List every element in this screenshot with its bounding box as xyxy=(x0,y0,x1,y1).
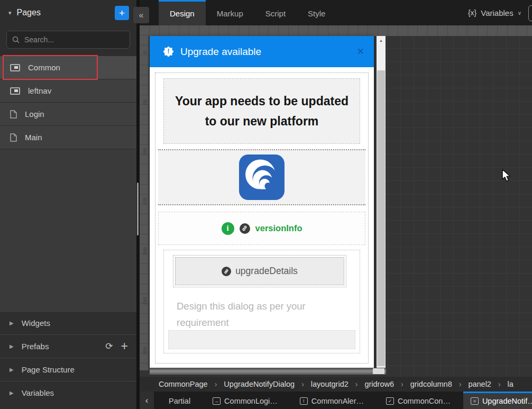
vertical-scrollbar-thumb[interactable] xyxy=(377,70,385,366)
upgrade-details-outline: upgradeDetails xyxy=(173,255,346,287)
breadcrumb-separator-icon: › xyxy=(301,380,304,388)
bottom-tab-label: UpgradeNotif… xyxy=(482,397,532,405)
section-label: Widgets xyxy=(22,319,50,328)
breadcrumb-item-layoutgrid2[interactable]: layoutgrid2 xyxy=(311,380,348,388)
refresh-icon[interactable]: ⟳ xyxy=(105,341,113,352)
page-item-label: Common xyxy=(28,63,60,72)
caret-right-icon: ▶ xyxy=(10,343,14,349)
widget-breadcrumb: CommonPage›UpgradeNotifyDialog›layoutgri… xyxy=(140,377,532,392)
sidebar-section-prefabs[interactable]: ▶Prefabs⟳+ xyxy=(0,334,136,358)
breadcrumb-item-gridcolumn8[interactable]: gridcolumn8 xyxy=(410,380,452,388)
editor-topbar: « DesignMarkupScriptStyle {x} Variables … xyxy=(140,0,532,25)
breadcrumb-item-la[interactable]: la xyxy=(508,380,513,388)
upgrade-notify-dialog[interactable]: ! Upgrade available ✕ Your app needs to … xyxy=(150,36,374,368)
wavemaker-studio-window: ▾ Pages + CommonleftnavLoginMain ▶Widget… xyxy=(0,0,532,409)
page-item-common[interactable]: Common xyxy=(0,56,136,79)
partial-icon xyxy=(10,64,20,71)
bottom-tab-commonaler[interactable]: !CommonAler… xyxy=(292,392,371,409)
page-item-leftnav[interactable]: leftnav xyxy=(0,79,136,103)
login-icon: → xyxy=(213,397,221,405)
ruler-number: 0 xyxy=(142,48,148,57)
ruler-number: 200 xyxy=(142,247,148,256)
bottom-tab-commoncon[interactable]: ✓CommonCon… xyxy=(379,392,458,409)
sidebar-section-page-structure[interactable]: ▶Page Structure xyxy=(0,358,136,381)
horizontal-scrollbar-thumb[interactable] xyxy=(373,368,384,374)
canvas-grid-area[interactable] xyxy=(386,36,532,377)
search-icon xyxy=(12,36,20,43)
page-search-box xyxy=(6,31,130,49)
info-icon: i xyxy=(222,222,234,235)
caret-right-icon: ▶ xyxy=(10,367,14,372)
collapse-sidebar-button[interactable]: « xyxy=(133,7,149,23)
breadcrumb-separator-icon: › xyxy=(498,380,501,388)
bottom-tab-upgradenotif[interactable]: ≡UpgradeNotif… xyxy=(463,392,532,409)
ruler-number: 250 xyxy=(142,297,148,306)
tab-script[interactable]: Script xyxy=(254,0,297,25)
scroll-up-arrow-icon[interactable]: ▲ xyxy=(377,36,386,44)
caret-down-icon[interactable]: ▾ xyxy=(8,10,12,16)
breadcrumb-item-panel2[interactable]: panel2 xyxy=(468,380,491,388)
search-input[interactable] xyxy=(24,35,124,44)
breadcrumb-separator-icon: › xyxy=(459,380,462,388)
breadcrumb-item-commonpage[interactable]: CommonPage xyxy=(159,380,208,388)
breadcrumb-item-upgradenotifydialog[interactable]: UpgradeNotifyDialog xyxy=(224,380,295,388)
upgrade-details-label: upgradeDetails xyxy=(235,266,298,277)
heading-widget[interactable]: Your app needs to be updated to our new … xyxy=(163,78,360,144)
upgrade-details-button[interactable]: upgradeDetails xyxy=(175,257,344,285)
canvas-vertical-scrollbar[interactable]: ▲ xyxy=(377,36,386,368)
alert-icon: ! xyxy=(300,397,308,405)
badge-icon: ! xyxy=(163,47,173,57)
open-artifacts-bar: ‹ Partial→CommonLogi…!CommonAler…✓Common… xyxy=(140,392,532,409)
sidebar-sections: ▶Widgets▶Prefabs⟳+▶Page Structure▶Variab… xyxy=(0,311,136,409)
dialog-header[interactable]: ! Upgrade available ✕ xyxy=(150,36,374,67)
bottom-tab-label: CommonCon… xyxy=(398,397,451,405)
confirm-icon: ✓ xyxy=(386,397,394,405)
chevron-down-icon: ∨ xyxy=(518,10,521,16)
bottom-tab-commonlogi[interactable]: →CommonLogi… xyxy=(205,392,285,409)
version-info-label: versionInfo xyxy=(255,223,302,233)
tab-design[interactable]: Design xyxy=(159,0,206,25)
tab-style[interactable]: Style xyxy=(297,0,336,25)
ruler-number: 150 xyxy=(142,197,148,206)
editor-mode-tabs: DesignMarkupScriptStyle xyxy=(159,0,336,25)
binding-link-icon xyxy=(240,223,250,234)
page-icon xyxy=(10,110,17,119)
sidebar-section-widgets[interactable]: ▶Widgets xyxy=(0,311,136,334)
pages-panel-header: ▾ Pages + xyxy=(0,0,136,25)
bottom-tab-partial[interactable]: Partial xyxy=(161,392,198,409)
sidebar-section-variables[interactable]: ▶Variables xyxy=(0,381,136,404)
sidebar-scrollbar-thumb[interactable] xyxy=(137,183,139,235)
add-page-button[interactable]: + xyxy=(115,6,129,20)
page-item-label: leftnav xyxy=(28,86,51,95)
page-item-login[interactable]: Login xyxy=(0,103,136,126)
picture-widget[interactable] xyxy=(158,149,365,205)
page-item-main[interactable]: Main xyxy=(0,126,136,149)
cut-off-button[interactable] xyxy=(528,5,532,21)
design-canvas[interactable]: 050100150200250300 ! Upgrade available xyxy=(140,25,532,377)
wavemaker-logo-icon xyxy=(239,154,285,200)
version-info-widget[interactable]: i versionInfo xyxy=(158,212,365,245)
breadcrumb-separator-icon: › xyxy=(355,380,358,388)
tab-markup[interactable]: Markup xyxy=(206,0,254,25)
panel-widget[interactable]: upgradeDetails Design this dialog as per… xyxy=(163,250,360,353)
canvas-horizontal-scrollbar[interactable] xyxy=(150,368,386,375)
section-label: Prefabs xyxy=(22,342,49,351)
page-item-label: Login xyxy=(25,110,44,119)
tabs-scroll-left-button[interactable]: ‹ xyxy=(140,392,154,409)
ruler-number: 300 xyxy=(142,347,148,356)
panel-footer xyxy=(168,330,355,349)
variables-label: Variables xyxy=(481,8,513,17)
horizontal-ruler xyxy=(140,25,532,36)
section-label: Page Structure xyxy=(22,365,75,374)
breadcrumb-item-gridrow6[interactable]: gridrow6 xyxy=(364,380,394,388)
breadcrumb-separator-icon: › xyxy=(215,380,217,388)
dialog-title: Upgrade available xyxy=(180,46,350,58)
page-list: CommonleftnavLoginMain xyxy=(0,56,136,312)
close-icon[interactable]: ✕ xyxy=(357,46,364,57)
add-icon[interactable]: + xyxy=(121,339,128,353)
section-actions: ⟳+ xyxy=(105,339,128,353)
bottom-tab-label: CommonLogi… xyxy=(224,397,278,405)
panel-placeholder-text: Design this dialog as per your requireme… xyxy=(177,298,347,331)
variables-dropdown[interactable]: {x} Variables ∨ xyxy=(468,0,521,25)
svg-text:!: ! xyxy=(168,48,170,55)
